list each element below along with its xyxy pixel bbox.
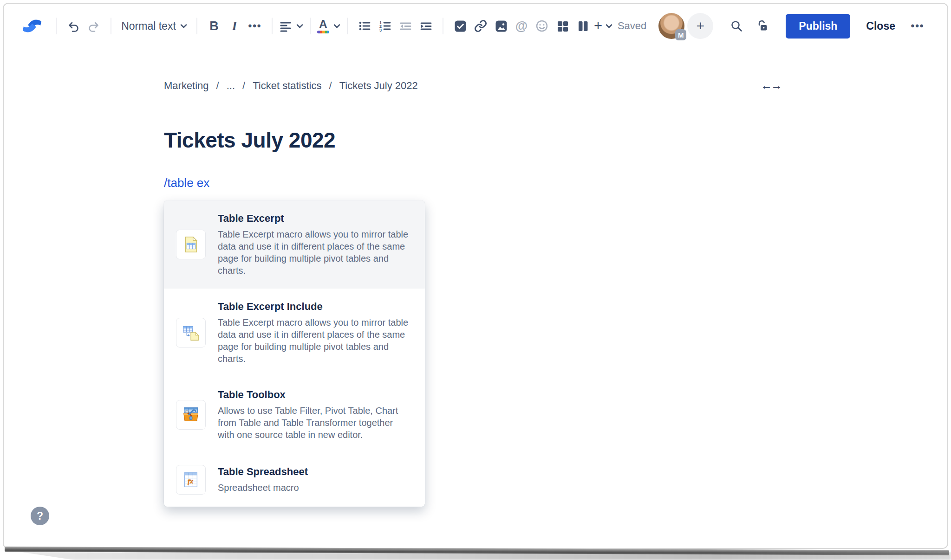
breadcrumb-separator: /: [329, 80, 332, 92]
expand-width-icon[interactable]: ←→: [761, 79, 781, 92]
indent-button[interactable]: [416, 16, 436, 36]
saved-status: Saved: [618, 20, 646, 32]
mention-icon: @: [515, 19, 528, 33]
table-icon: [556, 20, 569, 32]
more-formatting-button[interactable]: •••: [245, 16, 265, 36]
page-title[interactable]: Tickets July 2022: [164, 128, 781, 153]
breadcrumb-item-ellipsis[interactable]: ...: [227, 80, 235, 92]
chevron-down-icon: [180, 24, 187, 29]
more-formatting-icon: •••: [248, 20, 261, 32]
menu-item-table-excerpt[interactable]: Table Excerpt Table Excerpt macro allows…: [164, 200, 425, 289]
breadcrumb-item-current-page[interactable]: Tickets July 2022: [339, 80, 418, 92]
publish-button[interactable]: Publish: [786, 14, 850, 39]
menu-item-table-spreadsheet[interactable]: fx Table Spreadsheet Spreadsheet macro: [164, 453, 425, 507]
numbered-list-button[interactable]: 123: [375, 16, 395, 36]
editor-toolbar: Normal text B I •••: [4, 4, 947, 48]
breadcrumb-separator: /: [216, 80, 219, 92]
close-button[interactable]: Close: [866, 20, 895, 32]
insert-more-dropdown[interactable]: +: [593, 16, 613, 36]
image-icon: [495, 20, 508, 32]
toolbar-divider: [111, 18, 111, 34]
text-style-dropdown[interactable]: Normal text: [118, 16, 190, 36]
menu-item-table-toolbox[interactable]: Table Toolbox Allows to use Table Filter…: [164, 377, 425, 453]
breadcrumb: Marketing / ... / Ticket statistics / Ti…: [164, 80, 418, 92]
table-toolbox-icon: [176, 400, 206, 430]
menu-item-description: Allows to use Table Filter, Pivot Table,…: [218, 405, 409, 441]
text-style-label: Normal text: [121, 20, 176, 32]
chevron-down-icon: [296, 24, 303, 29]
outdent-button[interactable]: [395, 16, 416, 36]
task-checkbox-icon: [454, 20, 467, 32]
menu-item-description: Spreadsheet macro: [218, 482, 409, 494]
breadcrumb-item-ticket-statistics[interactable]: Ticket statistics: [253, 80, 321, 92]
bullet-list-icon: [358, 19, 371, 32]
search-icon: [730, 19, 743, 33]
toolbar-divider: [272, 18, 273, 34]
alignment-dropdown[interactable]: [279, 16, 303, 36]
layouts-button[interactable]: [573, 16, 593, 36]
undo-icon: [66, 19, 80, 33]
ellipsis-icon: •••: [911, 20, 924, 32]
text-color-icon: A: [317, 19, 329, 33]
emoji-icon: [535, 19, 548, 32]
toolbar-divider: [56, 18, 57, 34]
search-button[interactable]: [726, 16, 747, 36]
help-button[interactable]: ?: [31, 507, 49, 525]
plus-icon: +: [697, 18, 705, 34]
plus-icon: +: [594, 19, 602, 33]
menu-item-description: Table Excerpt macro allows you to mirror…: [218, 228, 409, 277]
editor-content: Marketing / ... / Ticket statistics / Ti…: [4, 79, 947, 507]
redo-button[interactable]: [84, 16, 104, 36]
bullet-list-button[interactable]: [354, 16, 375, 36]
toolbar-divider: [310, 18, 311, 34]
chevron-down-icon: [333, 24, 340, 29]
italic-icon: I: [232, 19, 237, 33]
toolbar-divider: [347, 18, 348, 34]
numbered-list-icon: 123: [378, 19, 391, 32]
toolbar-right-cluster: Saved M +: [618, 13, 928, 39]
table-excerpt-include-icon: [176, 318, 206, 348]
invite-button[interactable]: +: [687, 13, 713, 39]
slash-command-text[interactable]: /table ex: [164, 176, 781, 190]
menu-item-table-excerpt-include[interactable]: Table Excerpt Include Table Excerpt macr…: [164, 289, 425, 377]
confluence-logo: [20, 14, 44, 38]
menu-item-title: Table Spreadsheet: [218, 466, 412, 478]
toolbar-overflow-button[interactable]: •••: [907, 16, 928, 36]
macro-suggestion-menu: Table Excerpt Table Excerpt macro allows…: [164, 200, 425, 507]
breadcrumb-item-marketing[interactable]: Marketing: [164, 80, 209, 92]
menu-item-title: Table Toolbox: [218, 389, 412, 401]
undo-button[interactable]: [63, 16, 84, 36]
menu-item-title: Table Excerpt Include: [218, 301, 412, 313]
table-excerpt-icon: [176, 230, 206, 259]
text-color-dropdown[interactable]: A: [317, 16, 340, 36]
bold-button[interactable]: B: [204, 16, 224, 36]
unlock-icon: [756, 19, 769, 33]
mention-button[interactable]: @: [511, 16, 532, 36]
insert-image-button[interactable]: [491, 16, 511, 36]
toolbar-divider: [196, 18, 197, 34]
screenshot-stage: Normal text B I •••: [0, 0, 951, 560]
link-button[interactable]: [470, 16, 491, 36]
menu-item-description: Table Excerpt macro allows you to mirror…: [218, 316, 409, 365]
indent-icon: [419, 19, 432, 32]
menu-item-title: Table Excerpt: [218, 212, 412, 225]
insert-table-button[interactable]: [552, 16, 573, 36]
avatar-badge: M: [675, 29, 686, 40]
app-window: Normal text B I •••: [3, 3, 948, 549]
unlock-button[interactable]: [752, 16, 773, 36]
redo-icon: [87, 19, 101, 33]
avatar[interactable]: M: [658, 13, 684, 39]
emoji-button[interactable]: [532, 16, 552, 36]
bold-icon: B: [209, 19, 219, 33]
breadcrumb-separator: /: [242, 80, 245, 92]
task-list-button[interactable]: [450, 16, 470, 36]
breadcrumb-row: Marketing / ... / Ticket statistics / Ti…: [164, 79, 781, 92]
italic-button[interactable]: I: [224, 16, 245, 36]
outdent-icon: [399, 19, 412, 32]
fx-glyph: fx: [188, 477, 193, 485]
align-left-icon: [279, 19, 292, 32]
toolbar-divider: [443, 18, 443, 34]
svg-text:3: 3: [379, 28, 382, 32]
chevron-down-icon: [606, 24, 612, 29]
table-spreadsheet-icon: fx: [176, 465, 206, 495]
